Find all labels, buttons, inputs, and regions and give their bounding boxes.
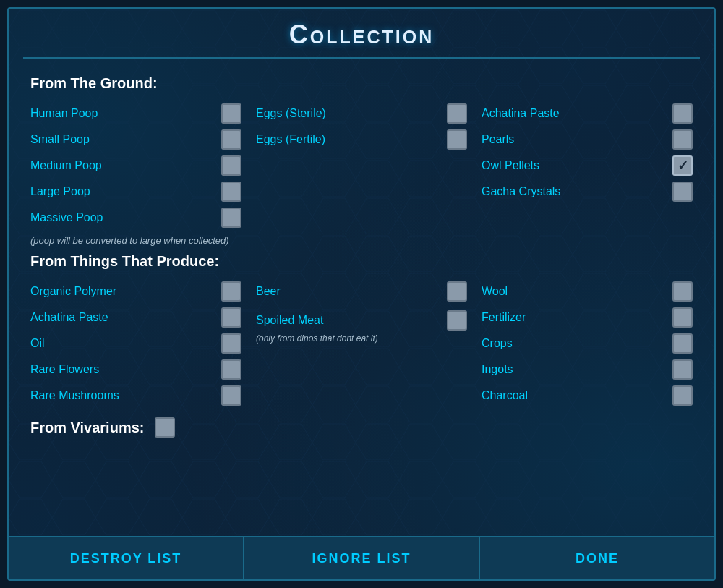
- list-item: Rare Mushrooms: [30, 383, 241, 409]
- list-item: Human Poop: [30, 101, 241, 127]
- list-item: Spoiled Meat: [256, 307, 467, 333]
- checkbox-achatina-paste-ground[interactable]: [672, 103, 693, 124]
- checkbox-wool[interactable]: [672, 281, 693, 302]
- destroy-list-button[interactable]: DESTROY LIST: [9, 537, 244, 579]
- list-item: Ingots: [482, 357, 693, 383]
- checkbox-charcoal[interactable]: [672, 385, 693, 406]
- list-item: Eggs (Fertile): [256, 127, 467, 153]
- spoiled-meat-group: Spoiled Meat (only from dinos that dont …: [256, 304, 467, 349]
- checkbox-ingots[interactable]: [672, 359, 693, 380]
- ground-col-1: Human Poop Small Poop Medium Poop Large …: [30, 101, 241, 231]
- list-item: Achatina Paste: [482, 101, 693, 127]
- scroll-area[interactable]: From The Ground: Human Poop Small Poop M…: [23, 59, 700, 536]
- spoiled-meat-note: (only from dinos that dont eat it): [256, 333, 467, 344]
- checkbox-rare-mushrooms[interactable]: [221, 385, 241, 406]
- checkbox-spoiled-meat[interactable]: [447, 310, 467, 331]
- ignore-list-button[interactable]: IGNORE LIST: [244, 537, 480, 579]
- list-item: Organic Polymer: [30, 278, 241, 304]
- checkbox-vivariums[interactable]: [155, 417, 175, 438]
- bottom-bar: DESTROY LIST IGNORE LIST DONE: [9, 536, 714, 579]
- list-item: Rare Flowers: [30, 357, 241, 383]
- checkbox-organic-polymer[interactable]: [221, 281, 241, 302]
- checkbox-oil[interactable]: [221, 333, 241, 354]
- poop-note: (poop will be converted to large when co…: [30, 235, 693, 246]
- list-item: Massive Poop: [30, 205, 241, 231]
- list-item: Wool: [482, 278, 693, 304]
- section-header-vivariums: From Vivariums:: [30, 419, 144, 436]
- list-item: Eggs (Sterile): [256, 101, 467, 127]
- list-item: Large Poop: [30, 179, 241, 205]
- list-item: Achatina Paste: [30, 304, 241, 331]
- list-item: Crops: [482, 331, 693, 357]
- done-button[interactable]: DONE: [480, 537, 714, 579]
- things-col-3: Wool Fertilizer Crops Ingots: [482, 278, 693, 409]
- checkbox-gacha-crystals[interactable]: [672, 182, 693, 202]
- list-item: Owl Pellets: [482, 153, 693, 179]
- checkbox-large-poop[interactable]: [221, 182, 241, 202]
- content-area: Collection From The Ground: Human Poop S…: [9, 9, 714, 536]
- checkbox-eggs-sterile[interactable]: [447, 103, 467, 124]
- checkbox-massive-poop[interactable]: [221, 208, 241, 228]
- ground-items-grid: Human Poop Small Poop Medium Poop Large …: [30, 101, 693, 231]
- checkbox-fertilizer[interactable]: [672, 307, 693, 328]
- checkbox-rare-flowers[interactable]: [221, 359, 241, 380]
- list-item: Beer: [256, 278, 467, 304]
- checkbox-owl-pellets[interactable]: [672, 155, 693, 176]
- checkbox-medium-poop[interactable]: [221, 155, 241, 176]
- list-item: Charcoal: [482, 383, 693, 409]
- checkbox-crops[interactable]: [672, 333, 693, 354]
- checkbox-human-poop[interactable]: [221, 103, 241, 124]
- section-header-ground: From The Ground:: [30, 75, 693, 92]
- things-col-2: Beer Spoiled Meat (only from dinos that …: [256, 278, 467, 409]
- page-title: Collection: [289, 20, 434, 49]
- things-items-grid: Organic Polymer Achatina Paste Oil Rare …: [30, 278, 693, 409]
- checkbox-small-poop[interactable]: [221, 129, 241, 150]
- list-item: Oil: [30, 331, 241, 357]
- vivariums-row: From Vivariums:: [30, 417, 693, 438]
- main-window: Collection From The Ground: Human Poop S…: [7, 7, 716, 581]
- list-item: Fertilizer: [482, 304, 693, 331]
- section-header-things: From Things That Produce:: [30, 253, 693, 270]
- checkbox-beer[interactable]: [447, 281, 467, 302]
- title-bar: Collection: [23, 9, 700, 59]
- list-item: Medium Poop: [30, 153, 241, 179]
- checkbox-pearls[interactable]: [672, 129, 693, 150]
- list-item: Pearls: [482, 127, 693, 153]
- list-item: Small Poop: [30, 127, 241, 153]
- checkbox-achatina-paste-things[interactable]: [221, 307, 241, 328]
- ground-col-2: Eggs (Sterile) Eggs (Fertile): [256, 101, 467, 231]
- things-col-1: Organic Polymer Achatina Paste Oil Rare …: [30, 278, 241, 409]
- list-item: Gacha Crystals: [482, 179, 693, 205]
- checkbox-eggs-fertile[interactable]: [447, 129, 467, 150]
- ground-col-3: Achatina Paste Pearls Owl Pellets Gacha …: [482, 101, 693, 231]
